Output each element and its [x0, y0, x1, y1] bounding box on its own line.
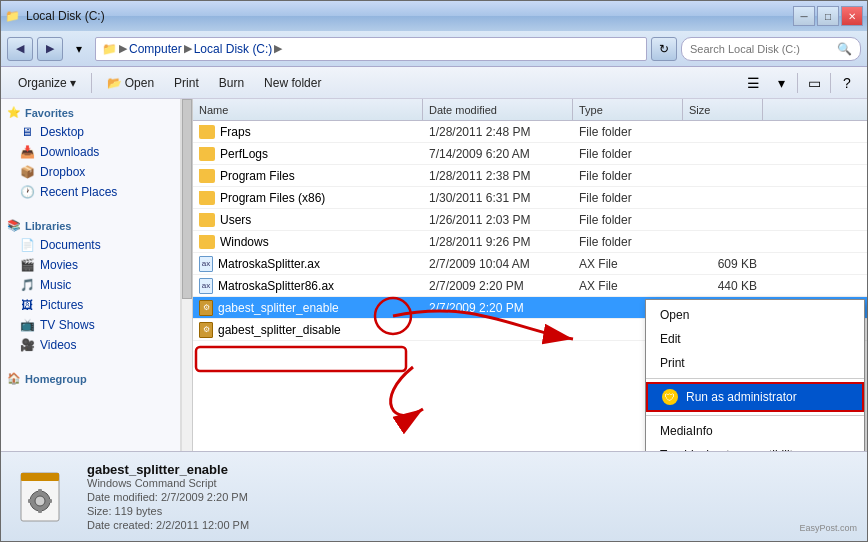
toolbar: Organize ▾ 📂 Open Print Burn New folder … — [1, 67, 867, 99]
sidebar-gap — [1, 208, 180, 216]
table-row[interactable]: PerfLogs 7/14/2009 6:20 AM File folder — [193, 143, 867, 165]
col-header-date[interactable]: Date modified — [423, 99, 573, 120]
search-input[interactable] — [690, 43, 833, 55]
ctx-print-label: Print — [660, 356, 685, 370]
file-date: 2/7/2009 10:04 AM — [423, 257, 573, 271]
ctx-open[interactable]: Open — [646, 303, 864, 327]
open-icon: 📂 — [107, 76, 122, 90]
col-header-size[interactable]: Size — [683, 99, 763, 120]
preview-size: Size: 119 bytes — [87, 505, 787, 517]
svg-rect-4 — [21, 473, 59, 481]
file-type: File folder — [573, 191, 683, 205]
ctx-print[interactable]: Print — [646, 351, 864, 375]
file-type: File folder — [573, 125, 683, 139]
file-icon: ax — [199, 256, 213, 272]
sidebar-item-music[interactable]: 🎵 Music — [1, 275, 180, 295]
recent-icon: 🕐 — [19, 184, 35, 200]
minimize-button[interactable]: ─ — [793, 6, 815, 26]
shield-icon: 🛡 — [662, 389, 678, 405]
desktop-icon: 🖥 — [19, 124, 35, 140]
refresh-button[interactable]: ↻ — [651, 37, 677, 61]
maximize-button[interactable]: □ — [817, 6, 839, 26]
breadcrumb-computer[interactable]: Computer — [129, 42, 182, 56]
sidebar-item-documents[interactable]: 📄 Documents — [1, 235, 180, 255]
back-button[interactable]: ◀ — [7, 37, 33, 61]
scrollbar-thumb[interactable] — [182, 99, 192, 299]
file-date: 2/7/2009 2:20 PM — [423, 279, 573, 293]
ctx-open-label: Open — [660, 308, 689, 322]
preview-date-created: Date created: 2/2/2011 12:00 PM — [87, 519, 787, 531]
view-dropdown-button[interactable]: ▾ — [769, 71, 793, 95]
status-bar: gabest_splitter_enable Windows Command S… — [1, 451, 867, 541]
ctx-troubleshoot[interactable]: Troubleshoot compatibility — [646, 443, 864, 451]
file-type: File folder — [573, 169, 683, 183]
table-row[interactable]: Fraps 1/28/2011 2:48 PM File folder — [193, 121, 867, 143]
videos-icon: 🎥 — [19, 337, 35, 353]
title-bar-left: 📁 Local Disk (C:) — [5, 9, 105, 23]
homegroup-icon: 🏠 — [7, 372, 21, 385]
svg-rect-10 — [48, 499, 52, 503]
burn-label: Burn — [219, 76, 244, 90]
title-bar: 📁 Local Disk (C:) ─ □ ✕ — [1, 1, 867, 31]
folder-icon — [199, 147, 215, 161]
sidebar-item-recent[interactable]: 🕐 Recent Places — [1, 182, 180, 202]
dropdown-button[interactable]: ▾ — [67, 37, 91, 61]
sidebar-item-dropbox[interactable]: 📦 Dropbox — [1, 162, 180, 182]
new-folder-button[interactable]: New folder — [255, 70, 330, 96]
close-button[interactable]: ✕ — [841, 6, 863, 26]
main-content: ⭐ Favorites 🖥 Desktop 📥 Downloads 📦 Drop… — [1, 99, 867, 451]
help-button[interactable]: ? — [835, 71, 859, 95]
homegroup-header[interactable]: 🏠 Homegroup — [1, 369, 180, 388]
sidebar-item-pictures[interactable]: 🖼 Pictures — [1, 295, 180, 315]
ctx-run-admin-label: Run as administrator — [686, 390, 797, 404]
col-header-type[interactable]: Type — [573, 99, 683, 120]
table-row[interactable]: Users 1/26/2011 2:03 PM File folder — [193, 209, 867, 231]
new-folder-label: New folder — [264, 76, 321, 90]
file-name: PerfLogs — [220, 147, 268, 161]
ctx-mediainfo[interactable]: MediaInfo — [646, 419, 864, 443]
sidebar-item-desktop[interactable]: 🖥 Desktop — [1, 122, 180, 142]
table-row[interactable]: Program Files 1/28/2011 2:38 PM File fol… — [193, 165, 867, 187]
file-name: gabest_splitter_disable — [218, 323, 341, 337]
table-row[interactable]: Program Files (x86) 1/30/2011 6:31 PM Fi… — [193, 187, 867, 209]
tvshows-icon: 📺 — [19, 317, 35, 333]
sidebar-item-tvshows[interactable]: 📺 TV Shows — [1, 315, 180, 335]
file-date: 1/26/2011 2:03 PM — [423, 213, 573, 227]
file-name: Fraps — [220, 125, 251, 139]
ctx-run-admin[interactable]: 🛡 Run as administrator — [646, 382, 864, 412]
breadcrumb-disk[interactable]: Local Disk (C:) — [194, 42, 273, 56]
svg-rect-9 — [28, 499, 32, 503]
burn-button[interactable]: Burn — [210, 70, 253, 96]
context-menu: Open Edit Print 🛡 Run as administrator M… — [645, 299, 865, 451]
col-header-name[interactable]: Name — [193, 99, 423, 120]
table-row[interactable]: Windows 1/28/2011 9:26 PM File folder — [193, 231, 867, 253]
sidebar-music-label: Music — [40, 278, 71, 292]
sidebar: ⭐ Favorites 🖥 Desktop 📥 Downloads 📦 Drop… — [1, 99, 181, 451]
libraries-header[interactable]: 📚 Libraries — [1, 216, 180, 235]
open-button[interactable]: 📂 Open — [98, 70, 163, 96]
table-row[interactable]: ax MatroskaSplitter.ax 2/7/2009 10:04 AM… — [193, 253, 867, 275]
favorites-header[interactable]: ⭐ Favorites — [1, 103, 180, 122]
folder-icon — [199, 213, 215, 227]
preview-file-icon — [17, 471, 69, 523]
sidebar-scrollbar[interactable] — [181, 99, 193, 451]
address-bar: ◀ ▶ ▾ 📁 ▶ Computer ▶ Local Disk (C:) ▶ ↻… — [1, 31, 867, 67]
favorites-star-icon: ⭐ — [7, 106, 21, 119]
sidebar-item-downloads[interactable]: 📥 Downloads — [1, 142, 180, 162]
pictures-icon: 🖼 — [19, 297, 35, 313]
sidebar-item-videos[interactable]: 🎥 Videos — [1, 335, 180, 355]
sidebar-dropbox-label: Dropbox — [40, 165, 85, 179]
organize-button[interactable]: Organize ▾ — [9, 70, 85, 96]
ctx-troubleshoot-label: Troubleshoot compatibility — [660, 448, 799, 451]
ctx-edit[interactable]: Edit — [646, 327, 864, 351]
view-details-button[interactable]: ☰ — [741, 71, 765, 95]
forward-button[interactable]: ▶ — [37, 37, 63, 61]
sidebar-item-movies[interactable]: 🎬 Movies — [1, 255, 180, 275]
preview-icon — [11, 465, 75, 529]
preview-pane-button[interactable]: ▭ — [802, 71, 826, 95]
libraries-label: Libraries — [25, 220, 71, 232]
search-icon[interactable]: 🔍 — [837, 42, 852, 56]
table-row[interactable]: ax MatroskaSplitter86.ax 2/7/2009 2:20 P… — [193, 275, 867, 297]
print-button[interactable]: Print — [165, 70, 208, 96]
search-box: 🔍 — [681, 37, 861, 61]
